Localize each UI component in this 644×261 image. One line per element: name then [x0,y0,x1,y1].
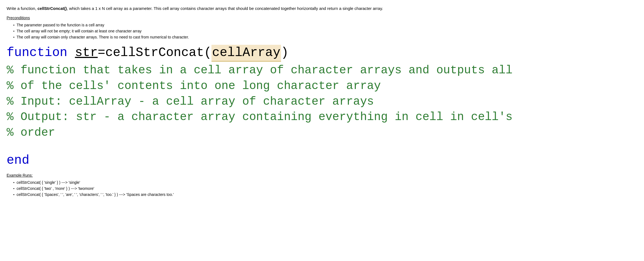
sig-close: ) [281,45,289,61]
code-block: function str = cellStrConcat( cellArray … [7,45,637,168]
comment-line-4: % Output: str - a character array contai… [7,109,637,125]
precondition-item-2: The cell array will not be empty; it wil… [13,29,637,33]
intro-text: Write a function, cellStrConcat(), which… [7,5,637,12]
example-runs-list: cellStrConcat( { 'single' } ) ---> 'sing… [13,180,637,197]
sig-str: str [75,45,98,61]
sig-func-name: cellStrConcat( [105,45,211,61]
keyword-function: function [7,45,67,61]
example-item-2: cellStrConcat( { 'two' , 'more' } ) --->… [13,186,637,191]
keyword-end: end [7,153,637,168]
example-item-3: cellStrConcat( { 'Spaces', ' ', 'are', '… [13,192,637,197]
precondition-item-1: The parameter passed to the function is … [13,23,637,27]
sig-param: cellArray [211,45,281,62]
intro-text-end: , which takes a 1 x N cell array as a pa… [67,6,383,11]
example-item-1: cellStrConcat( { 'single' } ) ---> 'sing… [13,180,637,185]
sig-space [67,45,75,61]
function-signature-line: function str = cellStrConcat( cellArray … [7,45,637,62]
precondition-item-3: The cell array will contain only charact… [13,35,637,39]
sig-equals: = [98,45,105,61]
intro-text-start: Write a function, [7,6,37,11]
comment-line-2: % of the cells' contents into one long c… [7,78,637,94]
comment-line-3: % Input: cellArray - a cell array of cha… [7,94,637,110]
intro-function-name: cellStrConcat() [37,6,67,11]
comment-line-5: % order [7,125,637,141]
comment-line-1: % function that takes in a cell array of… [7,63,637,78]
example-runs-label: Example Runs: [7,173,637,177]
preconditions-label: Preconditions [7,16,637,20]
preconditions-list: The parameter passed to the function is … [13,23,637,39]
